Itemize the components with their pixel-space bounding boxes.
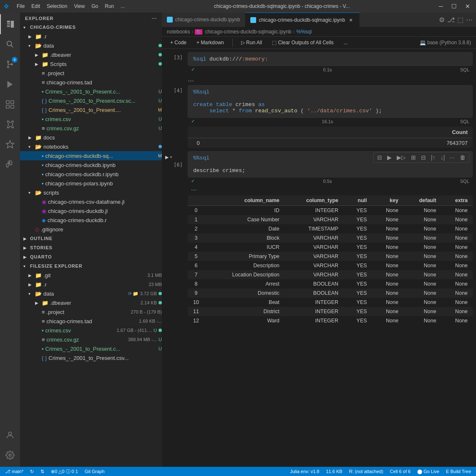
tree-item-data-size[interactable]: ▾ 📂 data ⟳ 📁 3.72 GB — [20, 289, 162, 298]
add-markdown-btn[interactable]: + Markdown — [193, 38, 227, 47]
add-code-btn[interactable]: + Code — [167, 38, 190, 47]
menu-selection[interactable]: Selection — [44, 3, 70, 10]
tab-duckdb[interactable]: chicago-crimes-duckdb.ipynb — [162, 13, 245, 27]
activity-extensions[interactable] — [0, 94, 20, 114]
activity-run-debug[interactable] — [0, 74, 20, 94]
tree-item-crimes-csv-sc-size[interactable]: ▶ { } Crimes_-_2001_to_Present.csv... — [20, 353, 162, 362]
close-btn[interactable]: ✕ — [463, 3, 473, 10]
tree-item-project-size[interactable]: ▶ ≡ .project 270 B - (179 B) — [20, 307, 162, 316]
kernel-info[interactable]: 💻 base (Python 3.8.8) — [420, 40, 471, 46]
tree-item-data-folder[interactable]: ▾ 📂 data — [20, 41, 162, 50]
tree-item-scripts-root[interactable]: ▾ 📂 scripts — [20, 188, 162, 197]
minimize-btn[interactable]: ─ — [436, 3, 446, 10]
menu-go[interactable]: Go — [89, 3, 101, 10]
cell-6-type: SQL — [460, 179, 469, 184]
breadcrumb-file[interactable]: 🟣 chicago-crimes-duckdb-sqlmagic.ipynb — [195, 29, 291, 35]
activity-source-control[interactable]: 8 — [0, 54, 20, 74]
tree-item-duckdb-r[interactable]: ▶ ◈ chicago-crimes-duckdb.r — [20, 215, 162, 225]
julia-env[interactable]: Julia env: v1.8 — [288, 469, 321, 474]
tree-item-crimes-csvgz-size[interactable]: ▶ ≡ crimes.csv.gz 388.94 MB -... U — [20, 335, 162, 344]
activity-testing[interactable] — [0, 114, 20, 134]
run-below-btn[interactable]: ▶▷ — [395, 153, 408, 162]
git-graph[interactable]: Git Graph — [83, 469, 106, 474]
tree-item-scripts[interactable]: ▶ 📁 Scripts — [20, 59, 162, 68]
activity-jupyter[interactable] — [0, 134, 20, 154]
toolbar-more-btn[interactable]: ... — [340, 38, 351, 47]
activity-settings[interactable] — [0, 445, 20, 465]
sync-btn[interactable]: ↻ — [28, 469, 35, 474]
tree-item-csv-jl[interactable]: ▶ ◉ chicago-crimes-csv-dataframe.jl — [20, 197, 162, 206]
tree-item-crimes-csv-size[interactable]: ▶ ▪ crimes.csv 1.67 GB - (411.... U — [20, 326, 162, 335]
tree-item-tad[interactable]: ▶ ≡ chicago-crimes.tad — [20, 78, 162, 87]
tree-item-crimes-csvgz[interactable]: ▶ ≡ crimes.csv.gz U — [20, 124, 162, 133]
tree-item-git-size[interactable]: ▶ 📁 .git 3.1 MB — [20, 271, 162, 280]
menu-file[interactable]: File — [14, 3, 27, 10]
maximize-btn[interactable]: ☐ — [449, 3, 459, 10]
branch-icon[interactable]: ⎇ — [447, 16, 455, 24]
move-up-btn[interactable]: |↑ — [429, 153, 437, 162]
tree-item-r-folder[interactable]: ▶ 📁 .r — [20, 32, 162, 41]
r-status[interactable]: R: (not attached) — [348, 469, 385, 474]
tree-item-r-nb[interactable]: ▶ ▪ chicago-crimes-duckdb.r.ipynb — [20, 170, 162, 179]
delete-cell-btn[interactable]: 🗑 — [458, 153, 467, 162]
more-tabs-btn[interactable]: ⋯ — [466, 16, 473, 24]
run-cell-btn[interactable]: ▶ — [165, 154, 169, 160]
tree-item-sqlmagic-nb[interactable]: ▶ ▪ chicago-crimes-duckdb-sq... M — [20, 151, 162, 160]
tree-item-dbeaver-size[interactable]: ▶ 📁 .dbeaver 2.14 KB — [20, 298, 162, 307]
tree-item-crimes-csv-sc[interactable]: ▶ { } Crimes_-_2001_to_Present.csv.sc...… — [20, 96, 162, 105]
filesize[interactable]: 11.6 KB — [325, 469, 344, 474]
breadcrumb-cell[interactable]: %%sql — [296, 29, 312, 35]
split-editor-icon[interactable]: ⬚ — [457, 16, 463, 24]
tree-item-duckdb-jl[interactable]: ▶ ◉ chicago-crimes-duckdb.jl — [20, 206, 162, 215]
build-tree[interactable]: E Build Tree — [444, 469, 473, 474]
tree-item-duckdb-nb[interactable]: ▶ ▪ chicago-crimes-duckdb.ipynb — [20, 160, 162, 170]
activity-accounts[interactable] — [0, 425, 20, 445]
tree-item-tad-size[interactable]: ▶ ≡ chicago-crimes.tad 1.69 KB -... — [20, 316, 162, 326]
sidebar-more-btn[interactable]: ··· — [152, 16, 157, 21]
tree-item-dbeaver[interactable]: ▶ 📁 .dbeaver — [20, 50, 162, 59]
cell-4-code[interactable]: %%sql create table crimes as select * fr — [188, 85, 473, 118]
go-live[interactable]: ⬤ Go Live — [416, 469, 441, 474]
tree-item-notebooks[interactable]: ▾ 📂 notebooks — [20, 142, 162, 151]
section-filesize[interactable]: ▾ FILESIZE EXPLORER — [20, 261, 162, 271]
breadcrumb-notebooks[interactable]: notebooks — [167, 29, 190, 35]
tree-item-docs[interactable]: ▶ 📁 docs — [20, 133, 162, 142]
tree-item-gitignore[interactable]: ▶ ◇ .gitignore — [20, 225, 162, 234]
activity-python[interactable] — [0, 154, 20, 175]
tree-item-project[interactable]: ▶ ≡ .project — [20, 68, 162, 78]
push-pull-btn[interactable]: ⇅ — [39, 469, 46, 474]
section-chicago-crimes[interactable]: ▾ CHICAGO-CRIMES — [20, 23, 162, 32]
tab-close-btn[interactable]: × — [348, 17, 354, 23]
cell-info[interactable]: Cell 6 of 6 — [388, 469, 413, 474]
menu-more[interactable]: ... — [118, 3, 127, 10]
move-down-btn[interactable]: ↓| — [439, 153, 447, 162]
run-all-btn[interactable]: ▷ Run All — [238, 38, 265, 47]
run-btn[interactable]: ▶ — [385, 153, 393, 162]
menu-run[interactable]: Run — [102, 3, 116, 10]
clear-all-btn[interactable]: ⬚ Clear Outputs of All Cells — [269, 38, 337, 47]
activity-explorer[interactable] — [0, 14, 20, 34]
run-above-btn[interactable]: ⊟ — [375, 153, 384, 162]
tree-item-crimes-c-size[interactable]: ▶ ▪ Crimes_-_2001_to_Present.c... U — [20, 344, 162, 353]
menu-view[interactable]: View — [71, 3, 87, 10]
settings-icon[interactable]: ⚙ — [439, 16, 445, 24]
split-cell-btn[interactable]: ⊟ — [419, 153, 428, 162]
git-branch[interactable]: ⎇ main* — [3, 469, 25, 474]
tree-item-crimes-csv[interactable]: ▶ ▪ crimes.csv U — [20, 114, 162, 124]
tree-item-crimes-c[interactable]: ▶ ▪ Crimes_-_2001_to_Present.c... U — [20, 87, 162, 96]
section-quarto[interactable]: ▶ QUARTO — [20, 252, 162, 261]
cell-3-code[interactable]: %sql duckdb:///:memory: — [188, 52, 473, 66]
warnings[interactable]: ⊗0 △0 ⓘ 0 1 — [49, 468, 80, 475]
tree-item-r-size[interactable]: ▶ 📁 .r 23 MB — [20, 280, 162, 289]
menu-edit[interactable]: Edit — [29, 3, 43, 10]
section-outline[interactable]: ▶ OUTLINE — [20, 234, 162, 243]
expand-btn[interactable]: ▾ — [169, 154, 172, 160]
activity-search[interactable] — [0, 34, 20, 54]
add-cell-btn[interactable]: ⊞ — [409, 153, 418, 162]
tree-item-crimes-present[interactable]: ▶ { } Crimes_-_2001_to_Present.... M — [20, 105, 162, 114]
cell-more-btn[interactable]: ··· — [448, 153, 456, 162]
chevron-right-icon: ▶ — [23, 236, 30, 241]
tree-item-polars-nb[interactable]: ▶ ▪ chicago-crimes-polars.ipynb — [20, 179, 162, 188]
tab-sqlmagic[interactable]: chicago-crimes-duckdb-sqlmagic.ipynb × — [245, 13, 360, 27]
section-stories[interactable]: ▶ STORIES — [20, 243, 162, 252]
